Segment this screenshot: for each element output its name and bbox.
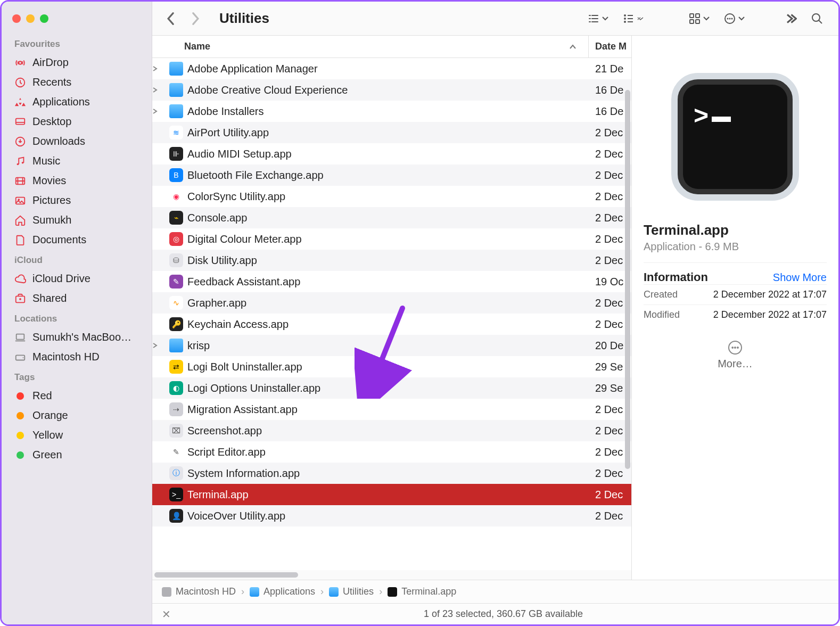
file-name: Script Editor.app xyxy=(187,446,589,458)
file-name: Digital Colour Meter.app xyxy=(187,233,589,245)
sidebar-item[interactable]: Movies xyxy=(2,171,152,191)
file-row[interactable]: ∿Grapher.app2 Dec xyxy=(152,292,631,314)
file-row[interactable]: ✎Feedback Assistant.app19 Oc xyxy=(152,271,631,292)
shared-icon xyxy=(14,293,26,304)
horizontal-scrollbar-thumb[interactable] xyxy=(154,572,298,578)
file-name: Migration Assistant.app xyxy=(187,403,589,416)
file-row[interactable]: ✎Script Editor.app2 Dec xyxy=(152,441,631,463)
zoom-window-button[interactable] xyxy=(40,14,48,23)
sidebar-item[interactable]: Macintosh HD xyxy=(2,347,152,367)
file-row[interactable]: ≋AirPort Utility.app2 Dec xyxy=(152,122,631,143)
sidebar-item-label: Music xyxy=(32,155,60,167)
disclosure-triangle[interactable] xyxy=(152,343,168,348)
breadcrumb-item[interactable]: Utilities xyxy=(329,586,374,597)
file-row[interactable]: krisp20 De xyxy=(152,335,631,356)
sidebar-item[interactable]: Desktop xyxy=(2,112,152,131)
view-list-menu-button[interactable] xyxy=(585,10,611,27)
action-menu-button[interactable] xyxy=(721,10,747,27)
svg-rect-11 xyxy=(17,334,24,339)
breadcrumb-item[interactable]: Applications xyxy=(250,586,315,597)
document-icon xyxy=(14,234,26,246)
sidebar-item-label: Red xyxy=(32,390,52,402)
sidebar-item[interactable]: Red xyxy=(2,386,152,406)
folder-icon xyxy=(169,339,183,352)
group-by-button[interactable] xyxy=(686,10,712,27)
overflow-button[interactable] xyxy=(782,10,799,27)
sidebar-item[interactable]: Applications xyxy=(2,92,152,112)
file-row[interactable]: BBluetooth File Exchange.app2 Dec xyxy=(152,164,631,186)
sidebar-item[interactable]: AirDrop xyxy=(2,53,152,72)
sidebar-item[interactable]: Pictures xyxy=(2,191,152,210)
back-button[interactable] xyxy=(165,12,176,26)
sidebar-item[interactable]: Documents xyxy=(2,230,152,250)
app-icon: ⛁ xyxy=(169,253,183,267)
app-icon: ⓘ xyxy=(169,466,183,480)
file-row[interactable]: ◐Logi Options Uninstaller.app29 Se xyxy=(152,377,631,399)
preview-info-value: 2 December 2022 at 17:07 xyxy=(713,309,827,320)
disclosure-triangle[interactable] xyxy=(152,87,168,93)
file-date: 2 Dec xyxy=(589,467,631,480)
file-row[interactable]: ◉ColorSync Utility.app2 Dec xyxy=(152,186,631,207)
sidebar-item[interactable]: Sumukh's MacBoo… xyxy=(2,327,152,347)
column-header-name[interactable]: Name xyxy=(152,36,589,57)
file-name: AirPort Utility.app xyxy=(187,127,589,139)
svg-rect-2 xyxy=(16,118,25,124)
preview-info-heading: Information xyxy=(644,270,708,284)
sidebar-item[interactable]: Yellow xyxy=(2,425,152,445)
sidebar-item-label: Orange xyxy=(32,409,68,422)
file-row[interactable]: ⓘSystem Information.app2 Dec xyxy=(152,463,631,484)
cancel-operation-button[interactable]: ✕ xyxy=(162,608,178,621)
sidebar-item[interactable]: Shared xyxy=(2,289,152,308)
show-more-link[interactable]: Show More xyxy=(773,271,827,284)
file-row[interactable]: ◎Digital Colour Meter.app2 Dec xyxy=(152,228,631,250)
hd-icon xyxy=(162,587,171,597)
file-name: Disk Utility.app xyxy=(187,254,589,267)
minimize-window-button[interactable] xyxy=(26,14,35,23)
search-button[interactable] xyxy=(809,10,826,27)
disclosure-triangle[interactable] xyxy=(152,66,168,71)
sidebar-item[interactable]: Downloads xyxy=(2,131,152,151)
main-area: Utilities Name xyxy=(152,2,838,624)
app-icon: ◐ xyxy=(169,381,183,395)
sidebar-item-label: Macintosh HD xyxy=(32,351,100,363)
file-row[interactable]: ⌧Screenshot.app2 Dec xyxy=(152,420,631,441)
sidebar-item[interactable]: Green xyxy=(2,445,152,465)
horizontal-scrollbar-track[interactable] xyxy=(152,570,631,580)
file-name: Adobe Creative Cloud Experience xyxy=(187,84,589,96)
pictures-icon xyxy=(14,195,26,207)
file-row[interactable]: ⇄Logi Bolt Uninstaller.app29 Se xyxy=(152,356,631,377)
file-row[interactable]: ⌁Console.app2 Dec xyxy=(152,207,631,228)
file-name: Keychain Access.app xyxy=(187,318,589,331)
file-row[interactable]: ⛁Disk Utility.app2 Dec xyxy=(152,250,631,271)
column-header-date[interactable]: Date M xyxy=(589,36,631,57)
desktop-icon xyxy=(14,116,26,128)
sidebar-item[interactable]: Music xyxy=(2,151,152,171)
breadcrumb-item[interactable]: Terminal.app xyxy=(388,586,456,597)
forward-button[interactable] xyxy=(191,12,201,26)
file-row[interactable]: 👤VoiceOver Utility.app2 Dec xyxy=(152,505,631,526)
file-row[interactable]: Adobe Installers16 De xyxy=(152,101,631,122)
sidebar-item[interactable]: Recents xyxy=(2,72,152,92)
sidebar-item[interactable]: iCloud Drive xyxy=(2,269,152,289)
app-icon: ✎ xyxy=(169,445,183,459)
breadcrumb-item[interactable]: Macintosh HD xyxy=(162,586,236,597)
window-controls xyxy=(2,8,152,34)
movies-icon xyxy=(14,175,26,187)
app-icon: ◉ xyxy=(169,190,183,203)
svg-point-13 xyxy=(23,357,24,358)
file-row[interactable]: >_Terminal.app2 Dec xyxy=(152,484,631,505)
file-row[interactable]: Adobe Creative Cloud Experience16 De xyxy=(152,79,631,101)
preview-title: Terminal.app xyxy=(644,222,827,238)
disclosure-triangle[interactable] xyxy=(152,109,168,114)
file-row[interactable]: Adobe Application Manager21 De xyxy=(152,58,631,79)
sidebar-item[interactable]: Orange xyxy=(2,406,152,425)
folder-icon xyxy=(169,83,183,97)
file-row[interactable]: ⊪Audio MIDI Setup.app2 Dec xyxy=(152,143,631,164)
file-row[interactable]: 🔑Keychain Access.app2 Dec xyxy=(152,314,631,335)
sidebar-item[interactable]: Sumukh xyxy=(2,210,152,230)
file-row[interactable]: ⇢Migration Assistant.app2 Dec xyxy=(152,399,631,420)
vertical-scrollbar[interactable] xyxy=(625,90,630,469)
view-options-button[interactable] xyxy=(620,10,646,27)
close-window-button[interactable] xyxy=(12,14,21,23)
more-actions-button[interactable]: ••• xyxy=(728,341,742,355)
